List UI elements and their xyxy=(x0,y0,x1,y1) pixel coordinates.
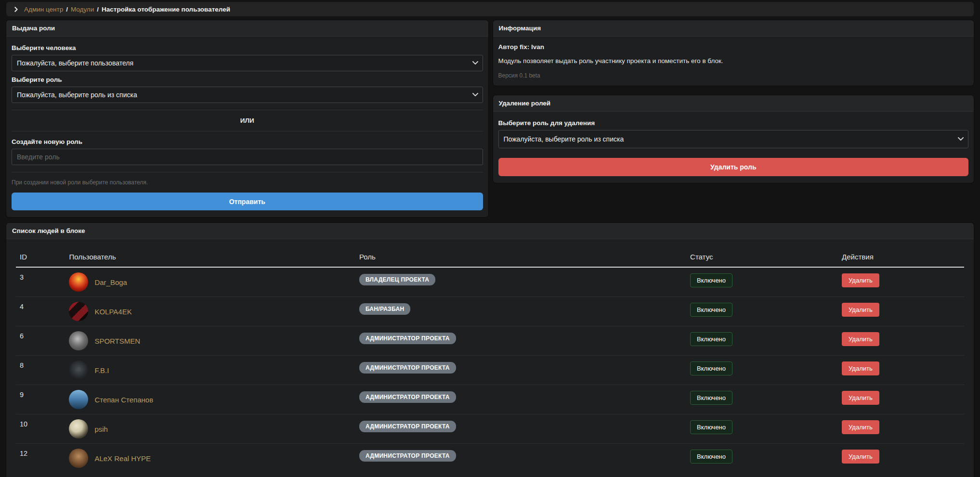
info-title: Информация xyxy=(493,20,974,37)
divider xyxy=(12,131,483,131)
delete-role-button[interactable]: Удалить роль xyxy=(498,158,969,176)
row-delete-button[interactable]: Удалить xyxy=(842,332,879,346)
status-button[interactable]: Включено xyxy=(690,361,732,375)
breadcrumb-current: Настройка отображение пользователей xyxy=(102,6,230,13)
status-button[interactable]: Включено xyxy=(690,332,732,346)
row-delete-button[interactable]: Удалить xyxy=(842,420,879,434)
delete-role-select-wrap: Пожалуйста, выберите роль из списка xyxy=(498,130,969,148)
role-badge: АДМИНИСТРАТОР ПРОЕКТА xyxy=(359,421,456,432)
table-row: 8 F.B.I АДМИНИСТРАТОР ПРОЕКТА Включено У… xyxy=(16,356,964,385)
table-row: 3 Dar_Boga ВЛАДЕЛЕЦ ПРОЕКТА Включено Уда… xyxy=(16,267,964,297)
row-delete-button[interactable]: Удалить xyxy=(842,450,879,464)
delete-role-select-label: Выберите роль для удаления xyxy=(498,119,969,127)
block-list-card: Список людей в блоке ID Пользователь Рол… xyxy=(6,223,974,477)
avatar xyxy=(69,449,88,468)
user-select-label: Выберите человека xyxy=(12,44,483,52)
row-id: 6 xyxy=(16,326,65,356)
row-id: 8 xyxy=(16,356,65,385)
column-header-user: Пользователь xyxy=(65,247,355,267)
row-id: 4 xyxy=(16,297,65,326)
column-header-role: Роль xyxy=(355,247,686,267)
role-badge: ВЛАДЕЛЕЦ ПРОЕКТА xyxy=(359,274,435,285)
breadcrumb: Админ центр / Модули / Настройка отображ… xyxy=(6,2,974,16)
row-delete-button[interactable]: Удалить xyxy=(842,273,879,287)
delete-role-select[interactable]: Пожалуйста, выберите роль из списка xyxy=(498,130,969,148)
role-select-wrap: Пожалуйста, выберите роль из списка xyxy=(12,87,483,103)
role-select-label: Выберите роль xyxy=(12,76,483,83)
table-row: 10 psih АДМИНИСТРАТОР ПРОЕКТА Включено У… xyxy=(16,414,964,444)
avatar xyxy=(69,331,88,350)
new-role-input[interactable] xyxy=(12,149,483,165)
role-badge: АДМИНИСТРАТОР ПРОЕКТА xyxy=(359,391,456,403)
column-header-actions: Действия xyxy=(838,247,964,267)
username-link[interactable]: SPORTSMEN xyxy=(94,337,140,345)
info-version: Версия 0.1 beta xyxy=(498,72,969,79)
role-assign-title: Выдача роли xyxy=(6,20,488,37)
username-link[interactable]: Dar_Boga xyxy=(94,278,127,286)
row-delete-button[interactable]: Удалить xyxy=(842,391,879,405)
row-id: 3 xyxy=(16,267,65,297)
column-header-id: ID xyxy=(16,247,65,267)
divider xyxy=(12,172,483,172)
or-text: ИЛИ xyxy=(12,117,483,124)
block-list-title: Список людей в блоке xyxy=(6,223,974,239)
table-row: 4 KOLPA4EK БАН/РАЗБАН Включено Удалить xyxy=(16,297,964,326)
status-button[interactable]: Включено xyxy=(690,303,732,317)
table-header-row: ID Пользователь Роль Статус Действия xyxy=(16,247,964,267)
role-delete-title: Удаление ролей xyxy=(493,95,974,112)
username-link[interactable]: Степан Степанов xyxy=(94,396,153,404)
row-id: 9 xyxy=(16,385,65,414)
status-button[interactable]: Включено xyxy=(690,391,732,405)
user-select[interactable]: Пожалуйста, выберите пользователя xyxy=(12,55,483,71)
breadcrumb-separator: / xyxy=(97,6,99,13)
row-delete-button[interactable]: Удалить xyxy=(842,361,879,375)
row-id: 10 xyxy=(16,414,65,444)
column-header-status: Статус xyxy=(686,247,838,267)
row-id: 12 xyxy=(16,444,65,473)
role-assign-card: Выдача роли Выберите человека Пожалуйста… xyxy=(6,20,488,217)
status-button[interactable]: Включено xyxy=(690,420,732,434)
username-link[interactable]: psih xyxy=(94,425,108,433)
username-link[interactable]: ALeX Real HYPE xyxy=(94,454,151,463)
role-select[interactable]: Пожалуйста, выберите роль из списка xyxy=(12,87,483,103)
avatar xyxy=(69,272,88,292)
breadcrumb-link-modules[interactable]: Модули xyxy=(71,6,94,13)
role-badge: АДМИНИСТРАТОР ПРОЕКТА xyxy=(359,362,456,374)
row-delete-button[interactable]: Удалить xyxy=(842,303,879,317)
info-author: Автор fix: Ivan xyxy=(498,43,969,51)
new-role-label: Создайте новую роль xyxy=(12,138,483,145)
info-description: Модуль позволяет выдать роль участнику п… xyxy=(498,57,969,64)
avatar xyxy=(69,302,88,321)
divider xyxy=(12,110,483,110)
breadcrumb-link-admin-center[interactable]: Админ центр xyxy=(24,6,63,13)
submit-button[interactable]: Отправить xyxy=(12,193,483,210)
role-badge: АДМИНИСТРАТОР ПРОЕКТА xyxy=(359,450,456,462)
breadcrumb-separator: / xyxy=(66,6,68,13)
table-row: 6 SPORTSMEN АДМИНИСТРАТОР ПРОЕКТА Включе… xyxy=(16,326,964,356)
username-link[interactable]: KOLPA4EK xyxy=(94,308,131,316)
status-button[interactable]: Включено xyxy=(690,450,732,464)
avatar xyxy=(69,390,88,409)
page: Админ центр / Модули / Настройка отображ… xyxy=(0,0,980,477)
new-role-hint: При создании новой роли выберите пользов… xyxy=(12,179,483,186)
role-badge: БАН/РАЗБАН xyxy=(359,303,410,315)
table-row: 9 Степан Степанов АДМИНИСТРАТОР ПРОЕКТА … xyxy=(16,385,964,414)
avatar xyxy=(69,361,88,380)
role-badge: АДМИНИСТРАТОР ПРОЕКТА xyxy=(359,333,456,344)
avatar xyxy=(69,419,88,438)
table-row: 12 ALeX Real HYPE АДМИНИСТРАТОР ПРОЕКТА … xyxy=(16,444,964,473)
role-delete-card: Удаление ролей Выберите роль для удалени… xyxy=(493,95,974,183)
username-link[interactable]: F.B.I xyxy=(94,366,109,374)
chevron-right-icon xyxy=(13,6,19,13)
info-card: Информация Автор fix: Ivan Модуль позвол… xyxy=(493,20,974,86)
user-select-wrap: Пожалуйста, выберите пользователя xyxy=(12,55,483,71)
block-list-table: ID Пользователь Роль Статус Действия 3 D… xyxy=(16,247,964,473)
status-button[interactable]: Включено xyxy=(690,273,732,287)
